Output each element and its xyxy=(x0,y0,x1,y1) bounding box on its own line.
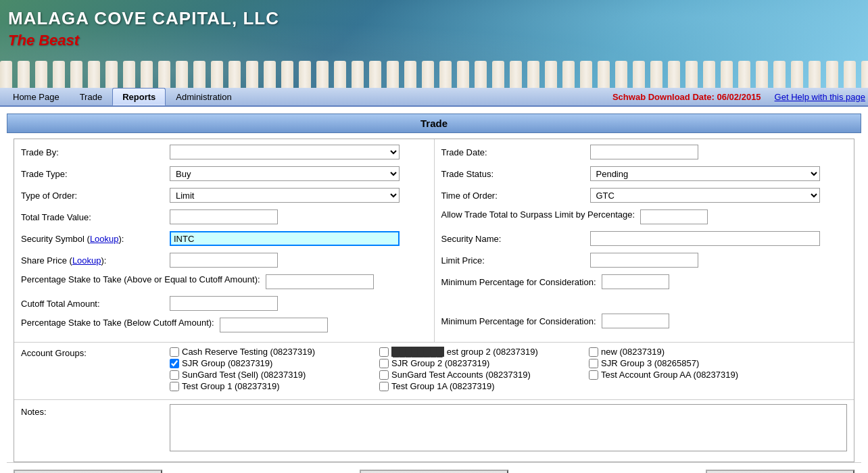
min-pct-1-control: 1.00 % xyxy=(602,274,847,289)
checkbox-sjr-group2-input[interactable] xyxy=(379,359,389,368)
checkbox-test-account-group-aa-input[interactable] xyxy=(589,370,598,380)
type-of-order-row: Type of Order: Limit Market xyxy=(21,186,427,204)
pct-stake-below-label: Percentage Stake to Take (Below Cutoff A… xyxy=(21,316,220,328)
trade-status-control: Pending Complete Cancelled xyxy=(590,166,848,181)
trade-type-row: Trade Type: Buy Sell xyxy=(21,165,427,182)
security-symbol-control xyxy=(170,231,427,246)
security-name-input[interactable]: INTEL CORP xyxy=(590,231,820,246)
trade-form-container: Trade By: Trade Type: Buy Sell xyxy=(14,139,854,462)
balustrade-decoration xyxy=(0,54,868,88)
checkbox-test-group1: Test Group 1 (08237319) xyxy=(170,381,372,391)
limit-price-label: Limit Price: xyxy=(441,255,590,266)
share-price-label: Share Price (Lookup): xyxy=(21,255,170,266)
total-trade-value-row: Total Trade Value: $1,000.00 xyxy=(21,208,427,226)
nav-trade[interactable]: Trade xyxy=(70,88,112,105)
share-price-lookup-link[interactable]: Lookup xyxy=(72,255,101,266)
trade-by-select[interactable] xyxy=(170,145,400,159)
checkbox-sjr-group2: SJR Group 2 (08237319) xyxy=(379,358,582,368)
total-trade-value-label: Total Trade Value: xyxy=(21,212,170,222)
cutoff-total-input[interactable]: $2,000.00 xyxy=(170,296,278,311)
checkbox-new-label: new (08237319) xyxy=(601,347,665,357)
min-pct-2-input[interactable]: 1.00 % xyxy=(602,314,669,328)
security-symbol-input[interactable] xyxy=(170,231,400,246)
notes-control xyxy=(170,404,847,453)
allow-trade-total-label: Allow Trade Total to Surpass Limit by Pe… xyxy=(441,208,641,220)
trade-date-label: Trade Date: xyxy=(441,147,590,157)
nav-home[interactable]: Home Page xyxy=(3,88,70,105)
schwab-date: Schwab Download Date: 06/02/2015 xyxy=(612,92,761,102)
trade-by-control xyxy=(170,145,427,159)
security-symbol-lookup-link[interactable]: Lookup xyxy=(90,234,119,244)
checkbox-sjr-group: SJR Group (08237319) xyxy=(170,358,372,368)
checkbox-sungard-sell-input[interactable] xyxy=(170,370,179,380)
limit-price-control: $44.00 xyxy=(590,253,848,268)
trade-type-label: Trade Type: xyxy=(21,169,170,179)
min-pct-1-label: Minimum Percentage for Consideration: xyxy=(441,277,602,287)
checkbox-sungard-accounts: SunGard Test Accounts (08237319) xyxy=(379,370,582,380)
allow-trade-total-input[interactable]: 0.05 % xyxy=(640,209,708,224)
finalize-trade-button[interactable]: Finalize Trade xyxy=(706,470,854,473)
checkbox-cash-reserve-label: Cash Reserve Testing (08237319) xyxy=(182,347,315,357)
pct-stake-below-input[interactable]: 1.00 % xyxy=(220,318,328,332)
checkbox-cash-reserve: Cash Reserve Testing (08237319) xyxy=(170,347,372,357)
min-pct-2-row: Minimum Percentage for Consideration: 1.… xyxy=(441,312,848,330)
account-groups-label: Account Groups: xyxy=(21,347,170,358)
checkbox-sjr-group-input[interactable] xyxy=(170,359,179,368)
cutoff-total-label: Cutoff Total Amount: xyxy=(21,299,170,309)
checkbox-sjr-group3: SJR Group 3 (08265857) xyxy=(589,358,792,368)
limit-price-input[interactable]: $44.00 xyxy=(590,253,698,268)
trade-date-input[interactable] xyxy=(590,145,698,159)
total-trade-value-input[interactable]: $1,000.00 xyxy=(170,209,278,224)
checkbox-test-group2-input[interactable] xyxy=(379,347,389,357)
company-info: MALAGA COVE CAPITAL, LLC The Beast xyxy=(8,8,279,49)
security-name-row: Security Name: INTEL CORP xyxy=(441,230,848,247)
trade-date-control xyxy=(590,145,848,159)
notes-row: Notes: xyxy=(21,404,847,453)
checkbox-sungard-sell-label: SunGard Test (Sell) (08237319) xyxy=(182,370,306,380)
checkbox-sungard-sell: SunGard Test (Sell) (08237319) xyxy=(170,370,372,380)
min-pct-1-input[interactable]: 1.00 % xyxy=(602,274,669,289)
checkbox-test-group2: ████████est group 2 (08237319) xyxy=(379,347,582,357)
trade-status-select[interactable]: Pending Complete Cancelled xyxy=(590,166,820,181)
time-of-order-select[interactable]: GTC Day xyxy=(590,188,820,203)
checkbox-sungard-accounts-input[interactable] xyxy=(379,370,389,380)
total-trade-value-control: $1,000.00 xyxy=(170,209,427,224)
type-of-order-select[interactable]: Limit Market xyxy=(170,188,400,203)
security-name-label: Security Name: xyxy=(441,234,590,244)
allow-trade-total-row: Allow Trade Total to Surpass Limit by Pe… xyxy=(441,208,848,226)
trade-type-control: Buy Sell xyxy=(170,166,427,181)
trade-by-label: Trade By: xyxy=(21,147,170,157)
checkbox-test-group1a-input[interactable] xyxy=(379,382,389,391)
trade-type-select[interactable]: Buy Sell xyxy=(170,166,400,181)
navbar: Home Page Trade Reports Administration S… xyxy=(0,88,868,107)
checkbox-cash-reserve-input[interactable] xyxy=(170,347,179,357)
pct-stake-above-input[interactable]: 1.00 % xyxy=(266,274,374,289)
checkbox-test-group2-label: ████████ xyxy=(391,347,444,357)
checkbox-test-group1-input[interactable] xyxy=(170,382,179,391)
time-of-order-label: Time of Order: xyxy=(441,191,590,201)
generate-trade-button[interactable]: Generate Trade xyxy=(360,470,508,473)
cancel-trade-button[interactable]: Cancel Trade xyxy=(14,470,162,473)
checkbox-new: new (08237319) xyxy=(589,347,792,357)
pct-stake-above-control: 1.00 % xyxy=(266,273,427,289)
checkbox-new-input[interactable] xyxy=(589,347,598,357)
checkbox-sjr-group3-input[interactable] xyxy=(589,359,598,368)
checkbox-sjr-group3-label: SJR Group 3 (08265857) xyxy=(601,358,699,368)
company-name: MALAGA COVE CAPITAL, LLC xyxy=(8,8,279,29)
navbar-right: Schwab Download Date: 06/02/2015 Get Hel… xyxy=(612,92,865,102)
company-subtitle: The Beast xyxy=(8,32,279,49)
nav-reports[interactable]: Reports xyxy=(112,88,166,105)
nav-administration[interactable]: Administration xyxy=(166,88,241,105)
account-groups-grid: Cash Reserve Testing (08237319) ████████… xyxy=(170,347,847,391)
share-price-row: Share Price (Lookup): $44.53 xyxy=(21,251,427,269)
notes-textarea[interactable] xyxy=(170,404,847,451)
share-price-control: $44.53 xyxy=(170,253,427,268)
account-groups-row: Account Groups: Cash Reserve Testing (08… xyxy=(21,347,847,391)
min-pct-2-control: 1.00 % xyxy=(602,314,847,328)
pct-stake-above-label: Percentage Stake to Take (Above or Equal… xyxy=(21,273,266,284)
security-symbol-label: Security Symbol (Lookup): xyxy=(21,234,170,244)
help-link[interactable]: Get Help with this page xyxy=(775,92,865,102)
form-right-column: Trade Date: Trade Status: Pending Comple… xyxy=(435,139,854,342)
share-price-input[interactable]: $44.53 xyxy=(170,253,278,268)
security-name-control: INTEL CORP xyxy=(590,231,848,246)
